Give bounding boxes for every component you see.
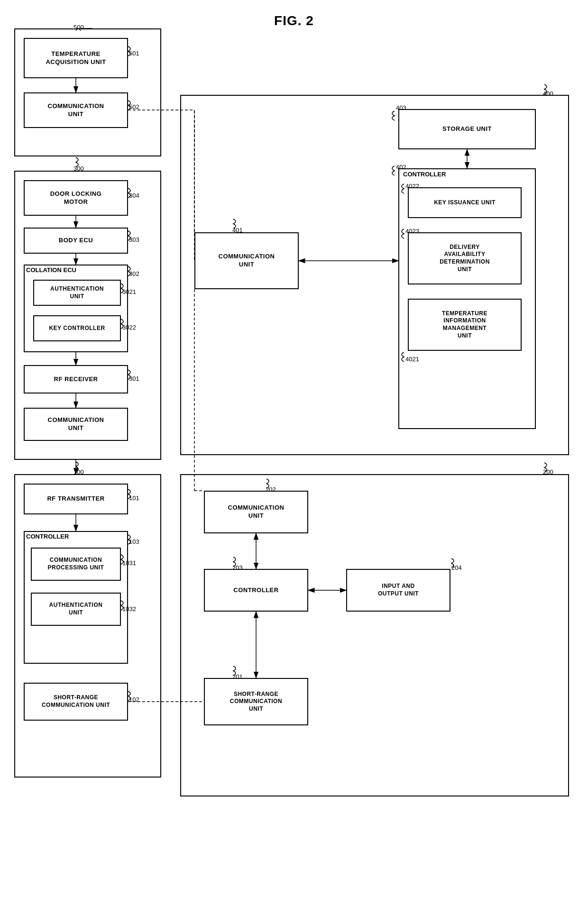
label-301: 301 — [129, 375, 139, 382]
label-1031: 1031 — [122, 559, 136, 567]
label-4023: 4023 — [405, 228, 419, 235]
label-103: 103 — [129, 538, 139, 545]
controller-103-label: CONTROLLER — [26, 533, 69, 540]
temp-acquisition-unit: TEMPERATUREACQUISITION UNIT — [24, 38, 128, 78]
comm-unit-401: COMMUNICATIONUNIT — [194, 232, 299, 289]
controller-402-label: CONTROLLER — [403, 171, 446, 178]
rf-receiver: RF RECEIVER — [24, 365, 128, 393]
label-401: 401 — [232, 227, 243, 234]
label-304: 304 — [129, 192, 139, 199]
label-4021: 4021 — [405, 356, 419, 363]
label-300: 300 — [74, 165, 84, 172]
figure-title: FIG. 2 — [0, 5, 588, 28]
label-502: 502 — [129, 103, 139, 110]
label-403: 403 — [396, 104, 406, 111]
label-3021: 3021 — [122, 288, 136, 295]
label-501: 501 — [129, 50, 139, 57]
label-500: 500 — [74, 24, 84, 31]
label-201: 201 — [232, 673, 243, 680]
key-issuance-unit: KEY ISSUANCE UNIT — [408, 187, 522, 218]
auth-unit-3021: AUTHENTICATIONUNIT — [33, 280, 121, 306]
comm-unit-502: COMMUNICATIONUNIT — [24, 92, 128, 128]
key-controller-3022: KEY CONTROLLER — [33, 315, 121, 341]
label-202: 202 — [266, 486, 276, 493]
label-3022: 3022 — [122, 324, 136, 331]
delivery-availability-unit: DELIVERYAVAILABILITYDETERMINATIONUNIT — [408, 232, 522, 284]
label-101: 101 — [129, 494, 139, 502]
label-200: 200 — [543, 468, 553, 476]
controller-203: CONTROLLER — [204, 569, 308, 612]
comm-processing-unit: COMMUNICATIONPROCESSING UNIT — [31, 548, 121, 581]
comm-unit-300-bottom: COMMUNICATIONUNIT — [24, 408, 128, 441]
label-302: 302 — [129, 270, 139, 277]
short-range-comm-201: SHORT-RANGECOMMUNICATIONUNIT — [204, 678, 308, 725]
label-204: 204 — [451, 564, 462, 571]
short-range-comm-102: SHORT-RANGECOMMUNICATION UNIT — [24, 683, 128, 721]
label-102: 102 — [129, 696, 139, 703]
label-1032: 1032 — [122, 605, 136, 613]
storage-unit-403: STORAGE UNIT — [398, 109, 536, 149]
collation-ecu-label: COLLATION ECU — [26, 266, 76, 274]
label-203: 203 — [232, 564, 243, 571]
temp-info-mgmt-unit: TEMPERATUREINFORMATIONMANAGEMENTUNIT — [408, 299, 522, 351]
label-4022: 4022 — [405, 183, 419, 190]
body-ecu: BODY ECU — [24, 228, 128, 254]
comm-unit-202: COMMUNICATIONUNIT — [204, 491, 308, 533]
rf-transmitter: RF TRANSMITTER — [24, 484, 128, 514]
label-100: 100 — [74, 468, 84, 476]
label-400: 400 — [543, 90, 553, 97]
label-303: 303 — [129, 236, 139, 243]
door-locking-motor: DOOR LOCKINGMOTOR — [24, 180, 128, 216]
label-402: 402 — [396, 164, 406, 171]
auth-unit-1032: AUTHENTICATIONUNIT — [31, 593, 121, 626]
input-output-unit: INPUT ANDOUTPUT UNIT — [346, 569, 450, 612]
